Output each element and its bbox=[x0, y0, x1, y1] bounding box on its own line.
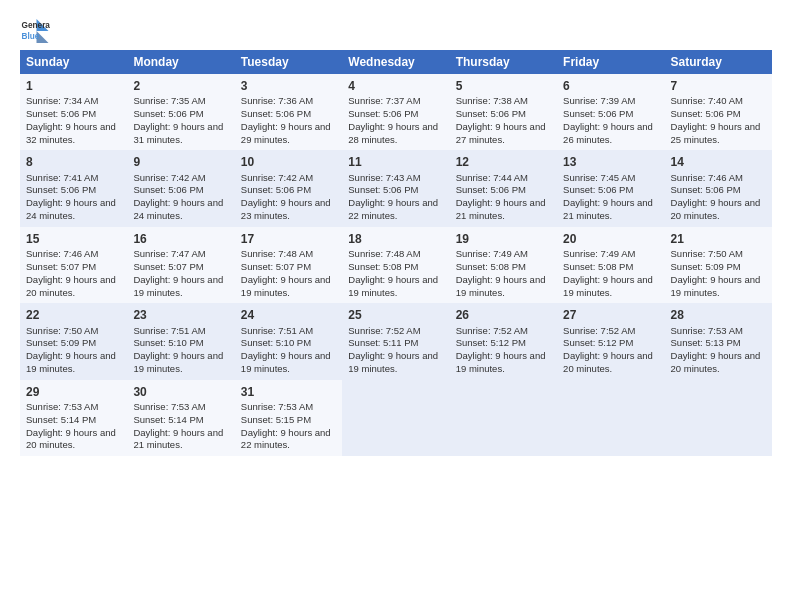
sunset-info: Sunset: 5:07 PM bbox=[241, 261, 336, 274]
sunrise-info: Sunrise: 7:51 AM bbox=[133, 325, 228, 338]
sunset-info: Sunset: 5:06 PM bbox=[671, 108, 766, 121]
sunset-info: Sunset: 5:15 PM bbox=[241, 414, 336, 427]
day-number: 8 bbox=[26, 154, 121, 170]
day-number: 25 bbox=[348, 307, 443, 323]
sunset-info: Sunset: 5:06 PM bbox=[133, 184, 228, 197]
daylight-info: Daylight: 9 hours and 19 minutes. bbox=[456, 350, 551, 376]
day-number: 11 bbox=[348, 154, 443, 170]
daylight-info: Daylight: 9 hours and 27 minutes. bbox=[456, 121, 551, 147]
calendar-cell: 22Sunrise: 7:50 AMSunset: 5:09 PMDayligh… bbox=[20, 303, 127, 379]
calendar-cell: 16Sunrise: 7:47 AMSunset: 5:07 PMDayligh… bbox=[127, 227, 234, 303]
daylight-info: Daylight: 9 hours and 21 minutes. bbox=[563, 197, 658, 223]
sunset-info: Sunset: 5:07 PM bbox=[26, 261, 121, 274]
weekday-header: Wednesday bbox=[342, 50, 449, 74]
weekday-header: Saturday bbox=[665, 50, 772, 74]
daylight-info: Daylight: 9 hours and 19 minutes. bbox=[563, 274, 658, 300]
calendar-cell: 15Sunrise: 7:46 AMSunset: 5:07 PMDayligh… bbox=[20, 227, 127, 303]
daylight-info: Daylight: 9 hours and 19 minutes. bbox=[241, 274, 336, 300]
sunset-info: Sunset: 5:09 PM bbox=[26, 337, 121, 350]
sunset-info: Sunset: 5:07 PM bbox=[133, 261, 228, 274]
sunrise-info: Sunrise: 7:50 AM bbox=[26, 325, 121, 338]
sunset-info: Sunset: 5:08 PM bbox=[348, 261, 443, 274]
day-number: 1 bbox=[26, 78, 121, 94]
day-number: 14 bbox=[671, 154, 766, 170]
calendar-cell: 23Sunrise: 7:51 AMSunset: 5:10 PMDayligh… bbox=[127, 303, 234, 379]
daylight-info: Daylight: 9 hours and 28 minutes. bbox=[348, 121, 443, 147]
sunrise-info: Sunrise: 7:39 AM bbox=[563, 95, 658, 108]
calendar-cell: 27Sunrise: 7:52 AMSunset: 5:12 PMDayligh… bbox=[557, 303, 664, 379]
day-number: 23 bbox=[133, 307, 228, 323]
svg-text:Blue: Blue bbox=[22, 32, 40, 41]
calendar-header: SundayMondayTuesdayWednesdayThursdayFrid… bbox=[20, 50, 772, 74]
sunrise-info: Sunrise: 7:52 AM bbox=[456, 325, 551, 338]
calendar-cell bbox=[665, 380, 772, 456]
calendar-cell: 3Sunrise: 7:36 AMSunset: 5:06 PMDaylight… bbox=[235, 74, 342, 150]
sunset-info: Sunset: 5:06 PM bbox=[348, 108, 443, 121]
sunset-info: Sunset: 5:06 PM bbox=[563, 184, 658, 197]
sunset-info: Sunset: 5:08 PM bbox=[563, 261, 658, 274]
calendar-cell: 8Sunrise: 7:41 AMSunset: 5:06 PMDaylight… bbox=[20, 150, 127, 226]
sunset-info: Sunset: 5:09 PM bbox=[671, 261, 766, 274]
sunrise-info: Sunrise: 7:40 AM bbox=[671, 95, 766, 108]
sunrise-info: Sunrise: 7:52 AM bbox=[348, 325, 443, 338]
sunrise-info: Sunrise: 7:46 AM bbox=[26, 248, 121, 261]
svg-text:General: General bbox=[22, 21, 51, 30]
sunrise-info: Sunrise: 7:42 AM bbox=[133, 172, 228, 185]
calendar-cell: 19Sunrise: 7:49 AMSunset: 5:08 PMDayligh… bbox=[450, 227, 557, 303]
day-number: 4 bbox=[348, 78, 443, 94]
sunrise-info: Sunrise: 7:53 AM bbox=[671, 325, 766, 338]
daylight-info: Daylight: 9 hours and 21 minutes. bbox=[456, 197, 551, 223]
calendar-cell bbox=[450, 380, 557, 456]
sunrise-info: Sunrise: 7:36 AM bbox=[241, 95, 336, 108]
calendar-cell: 1Sunrise: 7:34 AMSunset: 5:06 PMDaylight… bbox=[20, 74, 127, 150]
day-number: 30 bbox=[133, 384, 228, 400]
weekday-header: Friday bbox=[557, 50, 664, 74]
sunset-info: Sunset: 5:06 PM bbox=[456, 108, 551, 121]
calendar-week: 29Sunrise: 7:53 AMSunset: 5:14 PMDayligh… bbox=[20, 380, 772, 456]
calendar-week: 1Sunrise: 7:34 AMSunset: 5:06 PMDaylight… bbox=[20, 74, 772, 150]
daylight-info: Daylight: 9 hours and 19 minutes. bbox=[456, 274, 551, 300]
sunset-info: Sunset: 5:06 PM bbox=[26, 108, 121, 121]
sunset-info: Sunset: 5:06 PM bbox=[241, 184, 336, 197]
daylight-info: Daylight: 9 hours and 19 minutes. bbox=[348, 350, 443, 376]
daylight-info: Daylight: 9 hours and 26 minutes. bbox=[563, 121, 658, 147]
day-number: 16 bbox=[133, 231, 228, 247]
weekday-header: Sunday bbox=[20, 50, 127, 74]
sunset-info: Sunset: 5:06 PM bbox=[348, 184, 443, 197]
daylight-info: Daylight: 9 hours and 25 minutes. bbox=[671, 121, 766, 147]
sunrise-info: Sunrise: 7:46 AM bbox=[671, 172, 766, 185]
day-number: 2 bbox=[133, 78, 228, 94]
sunset-info: Sunset: 5:13 PM bbox=[671, 337, 766, 350]
sunrise-info: Sunrise: 7:35 AM bbox=[133, 95, 228, 108]
sunrise-info: Sunrise: 7:48 AM bbox=[348, 248, 443, 261]
sunrise-info: Sunrise: 7:53 AM bbox=[26, 401, 121, 414]
calendar-cell bbox=[342, 380, 449, 456]
calendar-cell: 31Sunrise: 7:53 AMSunset: 5:15 PMDayligh… bbox=[235, 380, 342, 456]
calendar-cell: 10Sunrise: 7:42 AMSunset: 5:06 PMDayligh… bbox=[235, 150, 342, 226]
weekday-header: Thursday bbox=[450, 50, 557, 74]
sunset-info: Sunset: 5:06 PM bbox=[26, 184, 121, 197]
calendar-week: 15Sunrise: 7:46 AMSunset: 5:07 PMDayligh… bbox=[20, 227, 772, 303]
calendar-cell: 26Sunrise: 7:52 AMSunset: 5:12 PMDayligh… bbox=[450, 303, 557, 379]
sunrise-info: Sunrise: 7:53 AM bbox=[133, 401, 228, 414]
calendar-cell: 29Sunrise: 7:53 AMSunset: 5:14 PMDayligh… bbox=[20, 380, 127, 456]
calendar-cell: 28Sunrise: 7:53 AMSunset: 5:13 PMDayligh… bbox=[665, 303, 772, 379]
calendar-cell: 11Sunrise: 7:43 AMSunset: 5:06 PMDayligh… bbox=[342, 150, 449, 226]
daylight-info: Daylight: 9 hours and 20 minutes. bbox=[26, 427, 121, 453]
daylight-info: Daylight: 9 hours and 32 minutes. bbox=[26, 121, 121, 147]
sunrise-info: Sunrise: 7:34 AM bbox=[26, 95, 121, 108]
daylight-info: Daylight: 9 hours and 20 minutes. bbox=[563, 350, 658, 376]
day-number: 21 bbox=[671, 231, 766, 247]
sunrise-info: Sunrise: 7:49 AM bbox=[456, 248, 551, 261]
calendar-cell: 12Sunrise: 7:44 AMSunset: 5:06 PMDayligh… bbox=[450, 150, 557, 226]
calendar-week: 22Sunrise: 7:50 AMSunset: 5:09 PMDayligh… bbox=[20, 303, 772, 379]
sunset-info: Sunset: 5:11 PM bbox=[348, 337, 443, 350]
sunrise-info: Sunrise: 7:38 AM bbox=[456, 95, 551, 108]
sunrise-info: Sunrise: 7:42 AM bbox=[241, 172, 336, 185]
sunrise-info: Sunrise: 7:50 AM bbox=[671, 248, 766, 261]
calendar-cell: 4Sunrise: 7:37 AMSunset: 5:06 PMDaylight… bbox=[342, 74, 449, 150]
sunset-info: Sunset: 5:10 PM bbox=[241, 337, 336, 350]
daylight-info: Daylight: 9 hours and 20 minutes. bbox=[26, 274, 121, 300]
calendar-cell: 7Sunrise: 7:40 AMSunset: 5:06 PMDaylight… bbox=[665, 74, 772, 150]
sunset-info: Sunset: 5:12 PM bbox=[563, 337, 658, 350]
